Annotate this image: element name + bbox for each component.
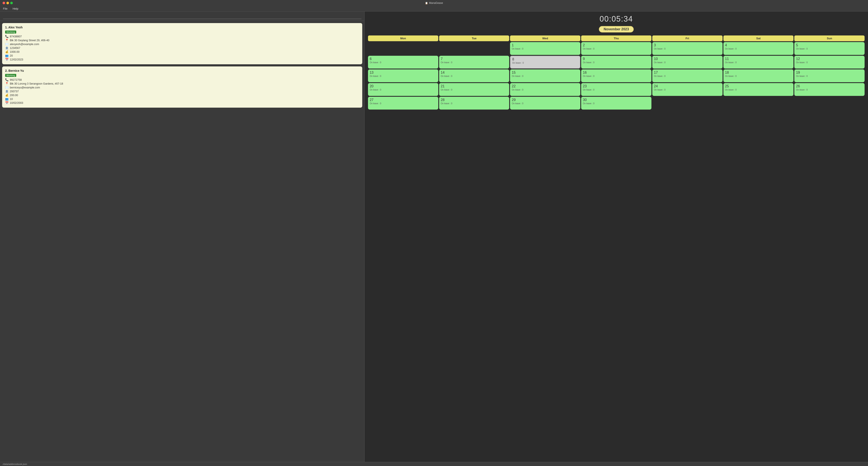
day-cell[interactable]: 5On leave : 0 [794,42,865,55]
day-cell[interactable]: 2On leave : 0 [581,42,651,55]
day-number: 19 [796,71,863,74]
day-cell[interactable]: 20On leave : 0 [368,83,438,96]
contact-address-2: 📍 Blk 30 Lorong 3 Serangoon Gardens, #07… [5,82,359,85]
day-leave-text: On leave : 0 [796,89,863,91]
day-leave-text: On leave : 0 [654,75,721,77]
day-number: 13 [370,71,437,74]
contact-count-2: 👥 10 [5,97,359,101]
clock-display: 00:05:34 [599,14,633,24]
day-header-sun: Sun [794,35,865,41]
day-cell[interactable]: 27On leave : 0 [368,97,438,110]
main-layout: 1. Alex Yeoh Working 📞 87438807 📍 Blk 30… [0,11,868,462]
location-icon-2: 📍 [5,82,8,85]
day-cell[interactable]: 19On leave : 0 [794,69,865,82]
day-number: 3 [654,43,721,47]
day-header-thu: Thu [581,35,651,41]
traffic-lights [3,2,13,4]
status-badge-2: Working [5,74,16,77]
day-cell[interactable]: 16On leave : 0 [581,69,651,82]
day-number: 6 [370,57,437,61]
contact-phone-1: 📞 87438807 [5,35,359,38]
day-header-tue: Tue [439,35,509,41]
day-number: 5 [796,43,863,47]
money-icon-2: 💰 [5,94,8,97]
day-leave-text: On leave : 0 [370,75,437,77]
day-cell[interactable]: 11On leave : 0 [723,56,794,68]
day-header-wed: Wed [510,35,580,41]
day-cell[interactable]: 1On leave : 0 [510,42,580,55]
phone-icon-1: 📞 [5,35,8,38]
day-number: 24 [654,84,721,88]
day-cell[interactable]: 8On leave : 0 [510,56,580,68]
day-cell[interactable]: 4On leave : 0 [723,42,794,55]
day-cell[interactable]: 22On leave : 0 [510,83,580,96]
day-cell[interactable]: 26On leave : 0 [794,83,865,96]
day-cell[interactable]: 12On leave : 0 [794,56,865,68]
day-cell[interactable]: 17On leave : 0 [652,69,722,82]
day-header-fri: Fri [652,35,722,41]
day-leave-text: On leave : 0 [796,61,863,64]
contact-address-1: 📍 Blk 30 Geylang Street 29, #06-40 [5,39,359,42]
status-text: ./data/addressbook.json [2,463,27,465]
day-cell[interactable]: 7On leave : 0 [439,56,509,68]
day-number: 18 [725,71,792,74]
day-number: 15 [512,71,579,74]
day-cell[interactable]: 29On leave : 0 [510,97,580,110]
day-leave-text: On leave : 0 [512,48,579,50]
month-badge: November 2023 [599,26,633,32]
day-number: 16 [583,71,650,74]
day-leave-text: On leave : 0 [583,75,650,77]
day-cell[interactable]: 21On leave : 0 [439,83,509,96]
close-button[interactable] [3,2,5,4]
day-cell[interactable]: 24On leave : 0 [652,83,722,96]
day-cell[interactable]: 13On leave : 0 [368,69,438,82]
contact-amount-2: 💰 200.00 [5,94,359,97]
contact-amount-1: 💰 1000.00 [5,50,359,53]
day-cell[interactable]: 18On leave : 0 [723,69,794,82]
day-leave-text: On leave : 0 [796,48,863,50]
day-number: 2 [583,43,650,47]
contact-phone-2: 📞 99272758 [5,78,359,81]
menu-help[interactable]: Help [12,7,19,11]
day-cell[interactable]: 15On leave : 0 [510,69,580,82]
day-number: 22 [512,84,579,88]
maximize-button[interactable] [10,2,13,4]
minimize-button[interactable] [6,2,9,4]
right-panel: 00:05:34 November 2023 MonTueWedThuFriSa… [365,11,868,462]
people-icon-2: 👥 [5,97,8,101]
search-input[interactable] [3,14,361,19]
day-leave-text: On leave : 0 [583,89,650,91]
contact-card-1[interactable]: 1. Alex Yeoh Working 📞 87438807 📍 Blk 30… [2,23,362,64]
calendar-icon-1: 📅 [5,58,8,61]
day-cell[interactable]: 10On leave : 0 [652,56,722,68]
day-cell[interactable]: 28On leave : 0 [439,97,509,110]
day-leave-text: On leave : 0 [583,102,650,105]
email-icon-1: ✉️ [5,42,8,46]
day-cell[interactable]: 3On leave : 0 [652,42,722,55]
day-leave-text: On leave : 0 [370,89,437,91]
day-leave-text: On leave : 0 [654,61,721,64]
day-leave-text: On leave : 0 [512,102,579,105]
menu-bar: File Help [0,6,868,11]
day-leave-text: On leave : 0 [441,102,508,105]
day-leave-text: On leave : 0 [370,61,437,64]
day-number: 9 [583,57,650,61]
day-leave-text: On leave : 0 [441,75,508,77]
phone-icon-2: 📞 [5,78,8,81]
calendar-icon-2: 📅 [5,101,8,104]
contact-name-2: 2. Bernice Yu [5,69,359,72]
contact-count-1: 👥 20 [5,54,359,57]
day-cell[interactable]: 9On leave : 0 [581,56,651,68]
building-icon-2: 🏦 [5,90,8,93]
day-cell[interactable]: 23On leave : 0 [581,83,651,96]
day-cell [368,42,438,55]
day-number: 14 [441,71,508,74]
day-cell[interactable]: 6On leave : 0 [368,56,438,68]
day-cell[interactable]: 30On leave : 0 [581,97,651,110]
day-leave-text: On leave : 0 [512,75,579,77]
day-number: 27 [370,98,437,102]
contact-card-2[interactable]: 2. Bernice Yu Working 📞 99272758 📍 Blk 3… [2,66,362,107]
day-cell[interactable]: 25On leave : 0 [723,83,794,96]
day-cell[interactable]: 14On leave : 0 [439,69,509,82]
menu-file[interactable]: File [2,7,8,11]
